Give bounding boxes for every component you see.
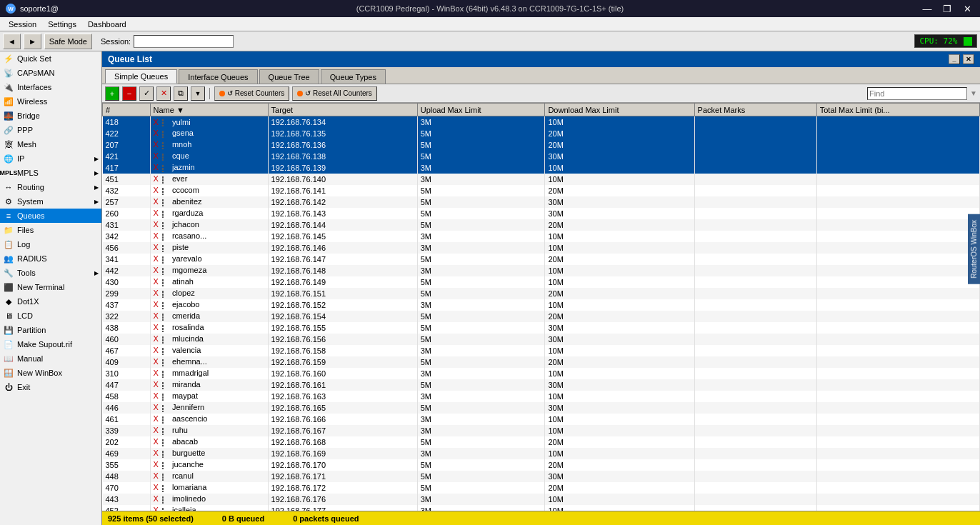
table-row[interactable]: 257 X abenitez 192.168.76.142 5M 30M [103,196,980,208]
table-row[interactable]: 469 X burguette 192.168.76.169 3M 10M [103,448,980,459]
sidebar-item-tools[interactable]: 🔧 Tools ▶ [0,266,101,280]
sidebar-item-bridge[interactable]: 🌉 Bridge [0,109,101,123]
disable-button[interactable]: ✕ [156,86,171,101]
safe-mode-button[interactable]: Safe Mode [44,34,92,49]
table-row[interactable]: 339 X ruhu 192.168.76.167 3M 10M [103,425,980,436]
sidebar-item-quick-set[interactable]: ⚡ Quick Set [0,51,101,66]
table-row[interactable]: 322 X cmerida 192.168.76.154 5M 20M [103,311,980,322]
sidebar-item-partition[interactable]: 💾 Partition [0,323,101,337]
col-header-num[interactable]: # [103,104,151,116]
table-row[interactable]: 207 X mnoh 192.168.76.136 5M 20M [103,139,980,151]
cell-packets [694,219,816,231]
sidebar-item-new-winbox[interactable]: 🪟 New WinBox [0,366,101,380]
enable-button[interactable]: ✓ [139,86,154,101]
sidebar-item-ip[interactable]: 🌐 IP ▶ [0,151,101,166]
back-button[interactable]: ◄ [3,34,21,49]
table-row[interactable]: 467 X valencia 192.168.76.158 3M 10M [103,345,980,356]
table-row[interactable]: 448 X rcanul 192.168.76.171 5M 30M [103,471,980,482]
table-row[interactable]: 437 X ejacobo 192.168.76.152 3M 10M [103,299,980,311]
tab-queue-types[interactable]: Queue Types [321,69,386,84]
sidebar-item-ppp[interactable]: 🔗 PPP [0,123,101,137]
table-row[interactable]: 456 X piste 192.168.76.146 3M 10M [103,242,980,254]
table-row[interactable]: 460 X mlucinda 192.168.76.156 5M 30M [103,334,980,345]
tab-simple-queues[interactable]: Simple Queues [105,69,177,84]
cell-name: X jucanche [150,459,268,471]
table-row[interactable]: 260 X rgarduza 192.168.76.143 5M 30M [103,208,980,219]
cell-target: 192.168.76.167 [268,425,417,436]
sidebar-item-wireless[interactable]: 📶 Wireless [0,94,101,109]
table-row[interactable]: 458 X maypat 192.168.76.163 3M 10M [103,391,980,402]
sidebar-item-dot1x[interactable]: ◆ Dot1X [0,294,101,309]
sidebar-item-mesh[interactable]: 🕸 Mesh [0,137,101,151]
sidebar-item-log[interactable]: 📋 Log [0,237,101,251]
sidebar-item-system[interactable]: ⚙ System ▶ [0,194,101,209]
sidebar-item-make-supout[interactable]: 📄 Make Supout.rif [0,337,101,351]
find-input[interactable] [867,87,967,100]
forward-button[interactable]: ► [24,34,41,49]
col-header-total[interactable]: Total Max Limit (bi... [816,104,979,116]
table-row[interactable]: 417 X jazmin 192.168.76.139 3M 10M [103,162,980,174]
menu-settings[interactable]: Settings [42,19,82,30]
copy-button[interactable]: ⧉ [174,86,188,101]
session-input[interactable] [134,35,234,48]
table-row[interactable]: 438 X rosalinda 192.168.76.155 5M 30M [103,322,980,334]
table-row[interactable]: 461 X aascencio 192.168.76.166 3M 10M [103,414,980,425]
table-row[interactable]: 355 X jucanche 192.168.76.170 5M 20M [103,459,980,471]
table-row[interactable]: 310 X mmadrigal 192.168.76.160 3M 10M [103,368,980,379]
sidebar-item-queues[interactable]: ≡ Queues [0,209,101,223]
sidebar-item-new-terminal[interactable]: ⬛ New Terminal [0,280,101,294]
table-row[interactable]: 446 X Jennifern 192.168.76.165 5M 30M [103,402,980,414]
table-row[interactable]: 342 X rcasano... 192.168.76.145 3M 10M [103,231,980,242]
sidebar-item-interfaces[interactable]: 🔌 Interfaces [0,80,101,94]
cell-name: X mnoh [150,139,268,151]
sidebar-label-log: Log [17,240,30,249]
menu-session[interactable]: Session [3,19,42,30]
sidebar-item-radius[interactable]: 👥 RADIUS [0,251,101,266]
col-header-packets[interactable]: Packet Marks [694,104,816,116]
tab-interface-queues[interactable]: Interface Queues [179,69,257,84]
col-header-upload[interactable]: Upload Max Limit [417,104,545,116]
remove-button[interactable]: − [122,86,136,101]
find-arrow-icon[interactable]: ▼ [970,89,977,97]
table-row[interactable]: 452 X jcalleja 192.168.76.177 3M 10M [103,505,980,511]
table-row[interactable]: 422 X gsena 192.168.76.135 5M 20M [103,128,980,139]
col-header-target[interactable]: Target [268,104,417,116]
table-row[interactable]: 421 X cque 192.168.76.138 5M 30M [103,151,980,162]
table-row[interactable]: 447 X miranda 192.168.76.161 5M 30M [103,379,980,391]
sidebar-item-lcd[interactable]: 🖥 LCD [0,309,101,323]
col-header-download[interactable]: Download Max Limit [545,104,694,116]
table-row[interactable]: 409 X ehemna... 192.168.76.159 5M 20M [103,356,980,368]
queue-header-close[interactable]: ✕ [963,54,974,64]
queue-header-minimize[interactable]: _ [949,54,960,64]
table-row[interactable]: 341 X yarevalo 192.168.76.147 5M 20M [103,254,980,265]
cell-packets [694,185,816,196]
table-row[interactable]: 443 X imolinedo 192.168.76.176 3M 10M [103,494,980,505]
sidebar-item-mpls[interactable]: MPLS MPLS ▶ [0,166,101,180]
table-row[interactable]: 432 X ccocom 192.168.76.141 5M 20M [103,185,980,196]
reset-counters-button[interactable]: ↺ Reset Counters [214,86,289,101]
tab-queue-tree[interactable]: Queue Tree [259,69,319,84]
table-row[interactable]: 418 X yulmi 192.168.76.134 3M 10M [103,116,980,128]
maximize-button[interactable]: ❐ [940,4,954,14]
table-row[interactable]: 442 X mgomeza 192.168.76.148 3M 10M [103,265,980,276]
table-row[interactable]: 202 X abacab 192.168.76.168 5M 20M [103,436,980,448]
col-header-name[interactable]: Name ▼ [150,104,268,116]
sidebar-item-exit[interactable]: ⏻ Exit [0,380,101,394]
table-row[interactable]: 451 X ever 192.168.76.140 3M 10M [103,174,980,185]
table-row[interactable]: 431 X jchacon 192.168.76.144 5M 20M [103,219,980,231]
menu-dashboard[interactable]: Dashboard [82,19,132,30]
table-row[interactable]: 430 X atinah 192.168.76.149 5M 10M [103,276,980,288]
add-button[interactable]: + [105,86,119,101]
table-row[interactable]: 299 X clopez 192.168.76.151 5M 20M [103,288,980,299]
cell-total [816,128,979,139]
sidebar-item-manual[interactable]: 📖 Manual [0,351,101,366]
table-row[interactable]: 470 X lomariana 192.168.76.172 5M 20M [103,482,980,494]
sidebar-item-capsman[interactable]: 📡 CAPsMAN [0,66,101,80]
sidebar-item-routing[interactable]: ↔ Routing ▶ [0,180,101,194]
sidebar-item-files[interactable]: 📁 Files [0,223,101,237]
filter-button[interactable]: ▼ [191,86,205,101]
close-button[interactable]: ✕ [960,4,974,14]
reset-all-counters-button[interactable]: ↺ Reset All Counters [292,86,377,101]
minimize-button[interactable]: — [920,4,934,14]
cell-download: 20M [545,219,694,231]
